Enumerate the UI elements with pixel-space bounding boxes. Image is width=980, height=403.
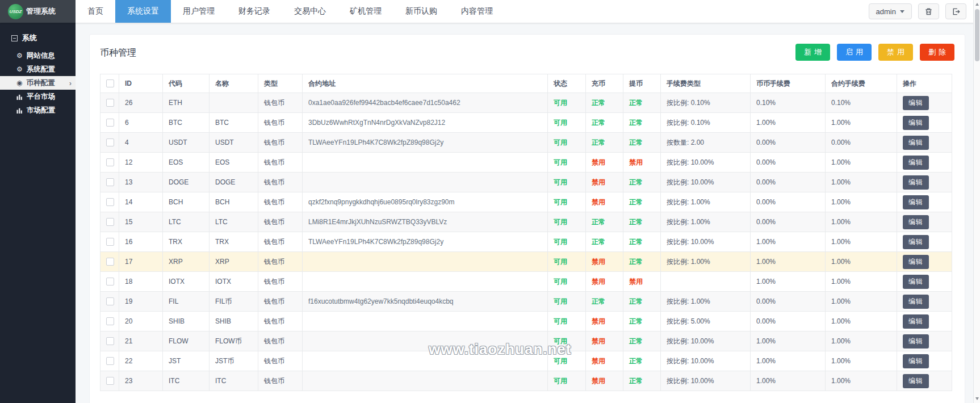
trash-icon — [924, 7, 933, 16]
edit-button[interactable]: 编辑 — [903, 136, 929, 150]
column-header: 充币 — [586, 74, 623, 93]
cell-address — [303, 153, 548, 173]
cell-deposit: 禁用 — [586, 173, 623, 192]
cell-address — [303, 252, 548, 272]
edit-button[interactable]: 编辑 — [903, 235, 929, 249]
disable-button[interactable]: 禁用 — [878, 44, 913, 61]
row-checkbox[interactable] — [106, 218, 114, 226]
row-checkbox[interactable] — [106, 317, 114, 325]
edit-button[interactable]: 编辑 — [903, 255, 929, 269]
cell-contract-fee: 1.00% — [826, 113, 897, 133]
nav-tab[interactable]: 财务记录 — [227, 0, 282, 23]
cell-code: BCH — [163, 192, 210, 212]
enable-button[interactable]: 启用 — [837, 44, 872, 61]
chevron-down-icon — [900, 10, 904, 13]
cell-type: 钱包币 — [258, 272, 303, 292]
nav-tab[interactable]: 首页 — [76, 0, 115, 23]
row-checkbox[interactable] — [106, 337, 114, 345]
cell-coin-fee: 0.00% — [751, 153, 826, 173]
edit-button[interactable]: 编辑 — [903, 374, 929, 388]
edit-button[interactable]: 编辑 — [903, 314, 929, 329]
cell-name: SHIB — [210, 312, 258, 331]
cell-code: DOGE — [163, 173, 210, 192]
nav-tab[interactable]: 交易中心 — [282, 0, 338, 23]
row-checkbox[interactable] — [106, 158, 114, 166]
edit-button[interactable]: 编辑 — [903, 215, 929, 229]
scroll-down-icon[interactable] — [975, 397, 979, 400]
edit-button[interactable]: 编辑 — [903, 195, 929, 209]
row-checkbox[interactable] — [106, 119, 114, 127]
row-checkbox[interactable] — [106, 238, 114, 246]
cell-id: 15 — [119, 212, 163, 232]
cell-fee-type: 按比例: 10.00% — [661, 232, 751, 252]
logout-button[interactable] — [945, 3, 966, 19]
sidebar-item[interactable]: ◉币种配置› — [0, 76, 76, 90]
gear-icon: ⚙ — [16, 66, 23, 73]
row-checkbox[interactable] — [106, 278, 114, 286]
cell-actions: 编辑 — [897, 351, 952, 371]
vertical-scrollbar[interactable] — [973, 0, 980, 403]
sidebar-item[interactable]: 平台市场 — [0, 90, 76, 103]
cell-name: LTC — [210, 212, 258, 232]
edit-button[interactable]: 编辑 — [903, 156, 929, 170]
cell-contract-fee: 1.00% — [826, 173, 897, 192]
row-checkbox[interactable] — [106, 138, 114, 146]
nav-tab[interactable]: 内容管理 — [449, 0, 505, 23]
row-checkbox[interactable] — [106, 357, 114, 365]
delete-button[interactable]: 删除 — [920, 44, 954, 61]
sidebar-item[interactable]: 市场配置 — [0, 103, 76, 117]
column-header: 名称 — [210, 74, 258, 93]
nav-tab[interactable]: 用户管理 — [171, 0, 227, 23]
cell-status: 可用 — [548, 192, 586, 212]
cell-actions: 编辑 — [897, 272, 952, 292]
table-row: 4USDTUSDT钱包币TLWAeeYFn19LPh4K7C8Wk2fpZ89q… — [100, 133, 952, 153]
edit-button[interactable]: 编辑 — [903, 295, 929, 309]
edit-button[interactable]: 编辑 — [903, 175, 929, 190]
row-checkbox[interactable] — [106, 297, 114, 305]
cell-actions: 编辑 — [897, 192, 952, 212]
edit-button[interactable]: 编辑 — [903, 96, 929, 110]
globe-logo-icon: USDZ — [8, 4, 23, 19]
nav-tab[interactable]: 矿机管理 — [338, 0, 393, 23]
row-checkbox[interactable] — [106, 258, 114, 266]
sidebar-group-system[interactable]: 系统 — [0, 23, 76, 49]
cell-type: 钱包币 — [258, 113, 303, 133]
cell-id: 13 — [119, 173, 163, 192]
cell-type: 钱包币 — [258, 192, 303, 212]
edit-button[interactable]: 编辑 — [903, 334, 929, 349]
cell-fee-type: 按比例: 10.00% — [661, 173, 751, 192]
table-row: 18IOTXIOTX钱包币可用禁用禁用1.00%1.00%编辑 — [100, 272, 952, 292]
cell-deposit: 正常 — [586, 133, 623, 153]
scroll-up-icon[interactable] — [975, 3, 979, 6]
edit-button[interactable]: 编辑 — [903, 354, 929, 368]
user-dropdown[interactable]: admin — [869, 3, 912, 19]
cell-code: ITC — [163, 371, 210, 391]
cell-name: BCH — [210, 192, 258, 212]
sidebar-item[interactable]: ⚙网站信息 — [0, 49, 76, 62]
row-checkbox[interactable] — [106, 99, 114, 107]
cell-status: 可用 — [548, 272, 586, 292]
cell-status: 可用 — [548, 113, 586, 133]
cell-withdraw: 正常 — [623, 173, 661, 192]
row-checkbox[interactable] — [106, 198, 114, 206]
nav-tab[interactable]: 系统设置 — [115, 0, 171, 23]
scrollbar-thumb[interactable] — [975, 9, 979, 61]
cell-withdraw: 正常 — [623, 113, 661, 133]
cell-address: f16xucotutbmw4tg62yew7kk5nqdbti4euqo4kcb… — [303, 292, 548, 312]
edit-button[interactable]: 编辑 — [903, 116, 929, 130]
cell-name: TRX — [210, 232, 258, 252]
trash-button[interactable] — [918, 3, 939, 19]
bar-chart-icon — [16, 107, 23, 114]
cell-actions: 编辑 — [897, 371, 952, 391]
add-button[interactable]: 新增 — [795, 44, 830, 61]
row-checkbox[interactable] — [106, 377, 114, 385]
nav-tab[interactable]: 新币认购 — [393, 0, 449, 23]
row-checkbox[interactable] — [106, 178, 114, 186]
edit-button[interactable]: 编辑 — [903, 275, 929, 289]
sidebar-item[interactable]: ⚙系统配置 — [0, 62, 76, 76]
select-all-checkbox[interactable] — [106, 79, 114, 87]
cell-status: 可用 — [548, 292, 586, 312]
cell-contract-fee: 1.00% — [826, 192, 897, 212]
cell-actions: 编辑 — [897, 312, 952, 331]
nav-menu: 首页系统设置用户管理财务记录交易中心矿机管理新币认购内容管理 — [76, 0, 505, 23]
